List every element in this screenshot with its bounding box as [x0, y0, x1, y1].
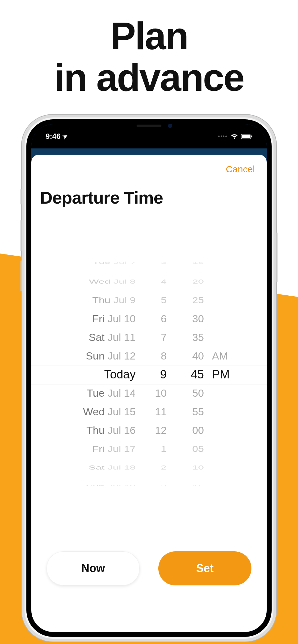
picker-item[interactable]: 30 — [192, 309, 204, 328]
picker-item[interactable]: 05 — [192, 441, 204, 456]
picker-item[interactable]: 50 — [192, 384, 204, 402]
picker-item[interactable]: 55 — [192, 402, 204, 421]
headline-line-1: Plan — [110, 15, 188, 57]
picker-item[interactable]: 00 — [192, 421, 204, 439]
picker-item[interactable]: 15 — [192, 484, 204, 486]
phone-screen: 9:46 ➤ •••• Cancel Depart — [31, 124, 267, 632]
picker-item[interactable]: 3 — [161, 261, 167, 265]
picker-item[interactable]: 40 — [192, 346, 204, 365]
power-button — [276, 232, 278, 282]
now-button[interactable]: Now — [47, 551, 140, 585]
picker-item[interactable]: 4 — [161, 276, 167, 287]
picker-item[interactable]: 35 — [192, 328, 204, 346]
picker-item[interactable]: 12 — [155, 421, 167, 439]
picker-date-column[interactable]: Tue Jul 7Wed Jul 8Thu Jul 9Fri Jul 10Sat… — [54, 244, 138, 486]
picker-item[interactable]: 20 — [192, 276, 204, 287]
picker-minute-column[interactable]: 15202530354045505500051015 — [169, 244, 206, 486]
picker-item[interactable]: Tue Jul 7 — [93, 261, 136, 265]
picker-item[interactable]: Fri Jul 10 — [92, 309, 136, 328]
picker-item[interactable]: Today — [104, 365, 136, 384]
button-row: Now Set — [31, 551, 267, 585]
picker-item[interactable]: Sat Jul 11 — [89, 328, 136, 346]
picker-item[interactable]: Thu Jul 9 — [92, 292, 136, 307]
datetime-picker[interactable]: Tue Jul 7Wed Jul 8Thu Jul 9Fri Jul 10Sat… — [31, 244, 267, 486]
phone-notch — [98, 119, 200, 132]
picker-item[interactable]: PM — [212, 365, 230, 384]
picker-item[interactable]: Thu Jul 16 — [86, 421, 136, 439]
picker-item[interactable]: 10 — [155, 384, 167, 402]
picker-item[interactable]: 11 — [155, 402, 167, 421]
picker-item[interactable]: 25 — [192, 292, 204, 307]
sheet-title: Departure Time — [31, 174, 267, 208]
picker-item[interactable]: 8 — [161, 346, 167, 365]
picker-item[interactable]: 2 — [161, 462, 167, 473]
picker-item[interactable]: Wed Jul 15 — [83, 402, 136, 421]
cellular-icon: •••• — [218, 134, 228, 139]
speaker-grille — [137, 125, 161, 127]
location-arrow-icon: ➤ — [61, 132, 69, 141]
front-camera — [168, 124, 172, 128]
picker-ampm-column[interactable]: AMPM — [206, 244, 244, 486]
svg-rect-1 — [242, 135, 251, 138]
picker-item[interactable]: 10 — [192, 462, 204, 473]
picker-item[interactable]: 5 — [161, 292, 167, 307]
status-right: •••• — [218, 134, 252, 139]
status-time: 9:46 — [46, 132, 61, 141]
picker-item[interactable]: 6 — [161, 309, 167, 328]
picker-item[interactable]: Wed Jul 8 — [89, 276, 136, 287]
battery-icon — [241, 134, 252, 139]
volume-up-button — [20, 220, 22, 251]
picker-item[interactable]: Sat Jul 18 — [89, 462, 136, 473]
picker-item[interactable]: 15 — [192, 261, 204, 265]
phone-frame: 9:46 ➤ •••• Cancel Depart — [22, 115, 276, 642]
picker-hour-column[interactable]: 3456789101112123 — [138, 244, 169, 486]
wifi-icon — [231, 134, 238, 139]
picker-item[interactable]: Fri Jul 17 — [92, 441, 136, 456]
picker-item[interactable]: 45 — [191, 365, 204, 384]
set-button-label: Set — [196, 562, 214, 575]
status-left: 9:46 ➤ — [46, 132, 68, 141]
picker-item[interactable]: Sun Jul 19 — [86, 484, 136, 486]
picker-item[interactable]: 1 — [161, 441, 167, 456]
picker-item[interactable]: 7 — [161, 328, 167, 346]
headline-line-2: in advance — [54, 56, 244, 99]
volume-down-button — [20, 260, 22, 291]
picker-item[interactable]: 9 — [160, 365, 167, 384]
now-button-label: Now — [81, 562, 105, 575]
picker-item[interactable]: Tue Jul 14 — [87, 384, 136, 402]
departure-time-sheet: Cancel Departure Time Tue Jul 7Wed Jul 8… — [31, 155, 267, 632]
picker-item[interactable]: AM — [212, 346, 228, 365]
picker-item[interactable]: 3 — [161, 484, 167, 486]
picker-item[interactable]: Sun Jul 12 — [86, 346, 136, 365]
marketing-headline: Plan in advance — [0, 15, 298, 99]
ringer-switch — [20, 189, 22, 205]
set-button[interactable]: Set — [158, 551, 251, 585]
svg-rect-2 — [251, 135, 252, 137]
cancel-button[interactable]: Cancel — [226, 164, 255, 174]
